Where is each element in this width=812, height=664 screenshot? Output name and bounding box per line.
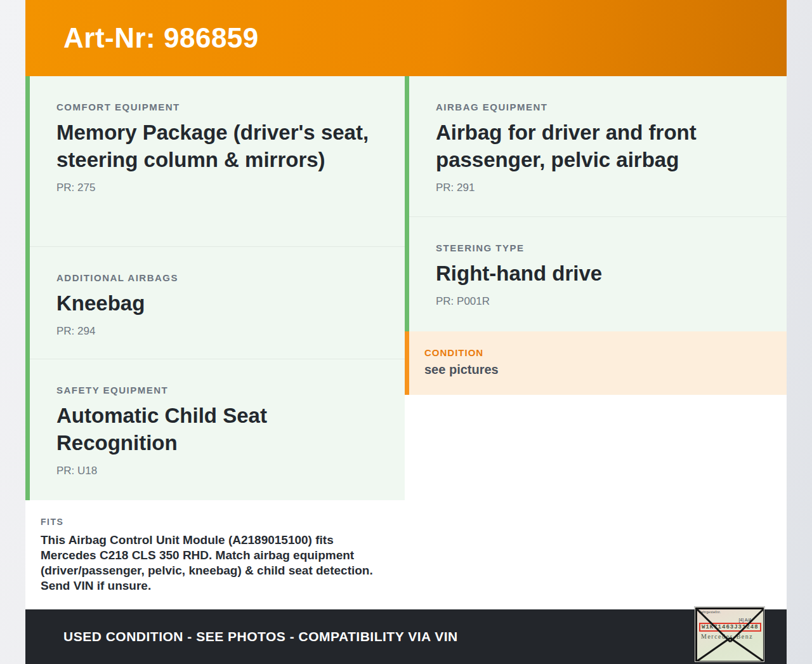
card-airbag-equipment: AIRBAG EQUIPMENT Airbag for driver and f… — [409, 76, 787, 216]
listing-page: Art-Nr: 986859 COMFORT EQUIPMENT Memory … — [0, 0, 812, 664]
left-column: COMFORT EQUIPMENT Memory Package (driver… — [25, 76, 405, 609]
right-column: AIRBAG EQUIPMENT Airbag for driver and f… — [405, 76, 787, 609]
card-steering-type: STEERING TYPE Right-hand drive PR: P001R — [409, 216, 787, 331]
card-label: STEERING TYPE — [436, 242, 760, 253]
vin-card-content: Fahrgestellnr. [4] A/A W1K71463J31248 7 … — [695, 608, 764, 661]
card-safety-equipment: SAFETY EQUIPMENT Automatic Child Seat Re… — [30, 359, 405, 500]
envelope-icon — [695, 608, 764, 662]
vin-card-stamp-image: Fahrgestellnr. [4] A/A W1K71463J31248 7 … — [695, 607, 764, 662]
pr-code: PR: U18 — [56, 465, 378, 477]
spec-grid: COMFORT EQUIPMENT Memory Package (driver… — [25, 76, 787, 609]
left-feature-cards: COMFORT EQUIPMENT Memory Package (driver… — [25, 76, 405, 500]
card-label: AIRBAG EQUIPMENT — [436, 102, 760, 112]
card-label: SAFETY EQUIPMENT — [56, 385, 378, 395]
fits-description: This Airbag Control Unit Module (A218901… — [41, 533, 390, 594]
pr-code: PR: 294 — [56, 325, 378, 338]
empty-area — [405, 395, 787, 609]
footer-bar: USED CONDITION - SEE PHOTOS - COMPATIBIL… — [25, 609, 787, 664]
condition-card: CONDITION see pictures — [405, 331, 787, 395]
right-feature-cards: AIRBAG EQUIPMENT Airbag for driver and f… — [405, 76, 787, 331]
footer-notice: USED CONDITION - SEE PHOTOS - COMPATIBIL… — [63, 629, 458, 644]
card-title: Airbag for driver and front passenger, p… — [436, 119, 759, 173]
fits-section: FITS This Airbag Control Unit Module (A2… — [25, 500, 405, 609]
article-number-title: Art-Nr: 986859 — [63, 22, 259, 54]
card-comfort-equipment: COMFORT EQUIPMENT Memory Package (driver… — [30, 76, 405, 246]
card-additional-airbags: ADDITIONAL AIRBAGS Kneebag PR: 294 — [30, 246, 405, 359]
pr-code: PR: P001R — [436, 295, 760, 308]
card-title: Kneebag — [56, 289, 378, 317]
card-title: Memory Package (driver's seat, steering … — [56, 119, 378, 173]
content-container: Art-Nr: 986859 COMFORT EQUIPMENT Memory … — [25, 0, 787, 664]
card-title: Right-hand drive — [436, 260, 759, 287]
condition-label: CONDITION — [424, 347, 771, 358]
pr-code: PR: 275 — [56, 182, 378, 194]
header-banner: Art-Nr: 986859 — [25, 0, 787, 76]
condition-value: see pictures — [424, 362, 771, 377]
pr-code: PR: 291 — [436, 182, 760, 194]
fits-label: FITS — [41, 517, 390, 527]
card-label: COMFORT EQUIPMENT — [56, 102, 378, 112]
card-label: ADDITIONAL AIRBAGS — [56, 272, 378, 283]
card-title: Automatic Child Seat Recognition — [56, 402, 378, 456]
